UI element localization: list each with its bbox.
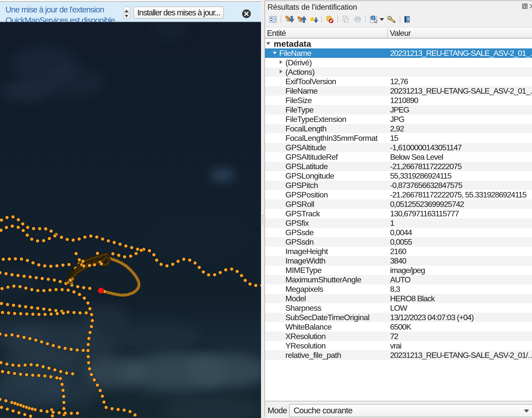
svg-text:?: ?: [406, 17, 409, 22]
svg-text:i: i: [373, 16, 374, 20]
